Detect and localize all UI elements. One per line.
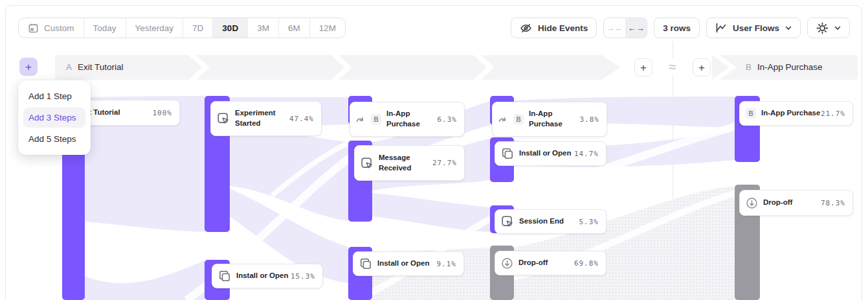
hide-events-label: Hide Events xyxy=(538,23,588,33)
node-percentage: 15.3% xyxy=(291,272,315,281)
node-label: In-App Purchase xyxy=(386,109,432,129)
step-letter-b: B xyxy=(746,62,751,72)
skip-arrow-icon xyxy=(498,115,508,124)
menu-item-add-1-step[interactable]: Add 1 Step xyxy=(18,86,91,107)
toolbar: CustomTodayYesterday7D30D3M6M12M Hide Ev… xyxy=(18,17,850,38)
node-percentage: 14.7% xyxy=(574,150,599,158)
node-percentage: 5.3% xyxy=(579,218,599,226)
click-icon xyxy=(501,215,514,228)
date-range-label: Yesterday xyxy=(135,23,174,33)
app-icon xyxy=(359,257,372,270)
dropoff-icon xyxy=(746,197,758,209)
step-header-band-a[interactable] xyxy=(55,52,620,82)
node-install-or-open-card[interactable]: Install or Open15.3% xyxy=(212,264,323,288)
skip-arrow-icon xyxy=(356,115,366,124)
step-title-a: Exit Tutorial xyxy=(78,62,124,72)
node-percentage: 27.7% xyxy=(432,159,457,167)
node-percentage: 9.1% xyxy=(437,260,457,268)
step-header-b: B In-App Purchase xyxy=(746,62,823,72)
collapse-columns-icon[interactable]: →← xyxy=(604,18,625,38)
date-range-label: 12M xyxy=(319,23,336,33)
badge-b: B xyxy=(746,108,756,119)
node-in-app-purchase-card[interactable]: BIn-App Purchase3.8% xyxy=(492,102,607,137)
step-title-b: In-App Purchase xyxy=(757,62,823,72)
badge-b: B xyxy=(513,114,524,124)
chevron-down-icon xyxy=(834,26,841,30)
rows-button[interactable]: 3 rows xyxy=(654,17,700,38)
calendar-icon xyxy=(28,23,39,34)
date-range-6m[interactable]: 6M xyxy=(279,18,310,38)
node-message-received-card[interactable]: Message Received27.7% xyxy=(354,145,465,181)
node-percentage: 78.3% xyxy=(821,199,845,207)
date-range-custom[interactable]: Custom xyxy=(19,18,84,38)
menu-item-add-3-steps[interactable]: Add 3 Steps xyxy=(23,108,85,128)
date-range-label: 3M xyxy=(257,23,269,33)
flow-ribbon-flow xyxy=(85,260,205,300)
node-session-end-card[interactable]: Session End5.3% xyxy=(495,209,606,234)
node-label: Session End xyxy=(519,216,574,227)
add-step-before-button[interactable]: + xyxy=(19,58,38,76)
menu-item-add-5-steps[interactable]: Add 5 Steps xyxy=(18,128,91,150)
add-steps-menu: Add 1 StepAdd 3 StepsAdd 5 Steps xyxy=(18,80,91,155)
date-range-today[interactable]: Today xyxy=(84,18,126,38)
eye-off-icon xyxy=(520,22,532,34)
node-drop-off-card[interactable]: Drop-off69.8% xyxy=(495,251,606,275)
node-label: Install or Open xyxy=(519,148,569,159)
node-in-app-purchase-card[interactable]: BIn-App Purchase6.3% xyxy=(350,102,465,137)
settings-dropdown[interactable] xyxy=(807,17,850,38)
app-icon xyxy=(501,147,514,160)
chart-type-dropdown[interactable]: User Flows xyxy=(706,17,801,38)
date-range-3m[interactable]: 3M xyxy=(248,18,279,38)
line-chart-icon xyxy=(715,22,727,34)
date-range-yesterday[interactable]: Yesterday xyxy=(126,18,184,38)
node-percentage: 3.8% xyxy=(580,115,600,124)
dropoff-icon xyxy=(501,257,513,270)
chart-type-label: User Flows xyxy=(733,23,779,33)
date-range-label: Custom xyxy=(44,23,74,33)
node-label: In-App Purchase xyxy=(529,109,575,129)
rows-label: 3 rows xyxy=(663,23,691,33)
date-range-12m[interactable]: 12M xyxy=(310,18,345,38)
node-install-or-open-card[interactable]: Install or Open14.7% xyxy=(495,141,606,166)
date-range-label: 7D xyxy=(192,23,203,33)
node-in-app-purchase-card[interactable]: BIn-App Purchase21.7% xyxy=(739,101,853,126)
node-install-or-open-card[interactable]: Install or Open9.1% xyxy=(353,251,464,276)
add-step-before-b-button[interactable]: + xyxy=(693,58,711,76)
expand-columns-icon[interactable]: ←→ xyxy=(625,18,647,38)
app-icon xyxy=(218,270,231,283)
node-label: In-App Purchase xyxy=(761,108,816,119)
step-letter-a: A xyxy=(66,62,72,72)
date-range-group: CustomTodayYesterday7D30D3M6M12M xyxy=(18,17,346,38)
node-label: Drop-off xyxy=(763,198,816,208)
click-icon xyxy=(217,112,230,125)
flow-canvas: Exit Tutorial100%Experiment Started47.4%… xyxy=(0,0,868,300)
node-percentage: 6.3% xyxy=(438,115,458,124)
node-percentage: 100% xyxy=(153,109,173,117)
node-experiment-started-card[interactable]: Experiment Started47.4% xyxy=(210,101,322,136)
add-step-end-a-button[interactable]: + xyxy=(634,58,652,76)
approx-divider-icon: ≈ xyxy=(665,58,680,75)
chevron-down-icon xyxy=(785,26,792,30)
width-toggle: →← ←→ xyxy=(603,17,647,38)
node-label: Message Received xyxy=(379,153,427,173)
date-range-30d[interactable]: 30D xyxy=(213,18,248,38)
node-label: Install or Open xyxy=(236,271,285,281)
node-label: Drop-off xyxy=(518,258,569,268)
date-range-label: 6M xyxy=(288,23,300,33)
node-label: Install or Open xyxy=(377,259,432,269)
node-drop-off-card[interactable]: Drop-off78.3% xyxy=(739,190,853,216)
hide-events-button[interactable]: Hide Events xyxy=(511,17,597,38)
date-range-label: 30D xyxy=(222,23,238,33)
node-percentage: 21.7% xyxy=(821,110,845,118)
date-range-7d[interactable]: 7D xyxy=(183,18,213,38)
gear-icon xyxy=(816,22,829,34)
badge-b: B xyxy=(371,114,381,124)
node-percentage: 47.4% xyxy=(289,115,314,123)
click-icon xyxy=(361,157,373,170)
date-range-label: Today xyxy=(93,23,117,33)
toolbar-right: Hide Events →← ←→ 3 rows User Flows xyxy=(511,17,850,38)
step-header-a: A Exit Tutorial xyxy=(66,62,124,72)
node-percentage: 69.8% xyxy=(574,259,599,268)
node-label: Experiment Started xyxy=(235,108,284,128)
